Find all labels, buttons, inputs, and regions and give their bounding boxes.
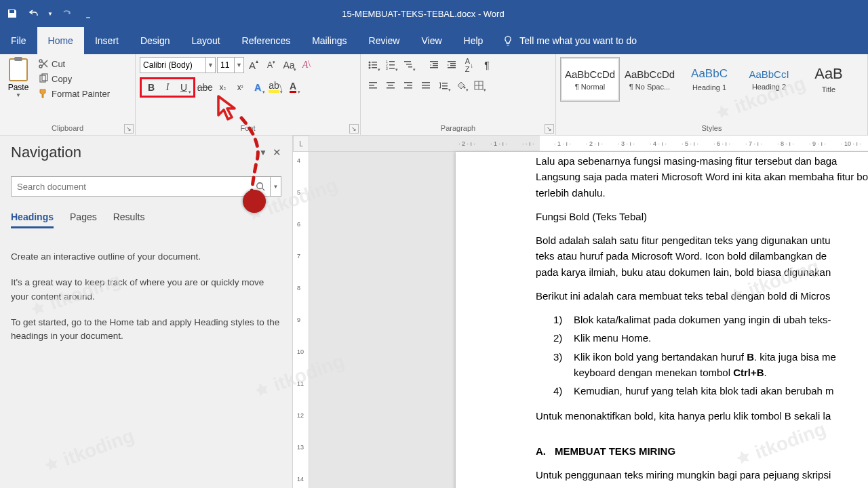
style-nospacing[interactable]: AaBbCcDd¶ No Spac...: [620, 57, 679, 102]
title-bar: ▼ ‗ 15-MEMBUAT-TEKS-TEBAL.docx - Word: [0, 0, 868, 27]
tab-design[interactable]: Design: [130, 27, 181, 54]
font-launcher[interactable]: ↘: [349, 124, 359, 134]
align-left-button[interactable]: [365, 77, 381, 94]
svg-point-0: [39, 65, 42, 68]
svg-rect-31: [388, 85, 393, 86]
paragraph-launcher[interactable]: ↘: [545, 124, 554, 134]
underline-button[interactable]: U▾: [176, 79, 192, 96]
tab-view[interactable]: View: [410, 27, 452, 54]
svg-rect-42: [442, 88, 448, 89]
increase-indent-button[interactable]: [443, 57, 460, 73]
paste-icon: [9, 58, 28, 81]
nav-search-dropdown[interactable]: ▼: [270, 177, 281, 196]
font-color-button[interactable]: A▾: [285, 79, 301, 96]
clear-format-button[interactable]: A⧹: [298, 57, 315, 73]
clipboard-launcher[interactable]: ↘: [124, 124, 134, 134]
copy-button[interactable]: Copy: [35, 72, 113, 85]
borders-button[interactable]: ▾: [471, 77, 487, 94]
style-heading2[interactable]: AaBbCcIHeading 2: [739, 57, 799, 102]
text-effects-button[interactable]: A▾: [250, 79, 266, 96]
vertical-ruler[interactable]: 4567891011121314: [293, 152, 309, 488]
font-group-label: Font: [140, 123, 356, 134]
style-normal[interactable]: AaBbCcDd¶ Normal: [560, 57, 620, 102]
tab-references[interactable]: References: [231, 27, 302, 54]
nav-text: Create an interactive outline of your do…: [11, 250, 281, 264]
qat-customize[interactable]: ‗: [79, 4, 98, 23]
nav-search-input[interactable]: [12, 182, 251, 192]
lightbulb-icon: [502, 35, 514, 47]
nav-tabs: Headings Pages Results: [11, 211, 281, 228]
font-size-input[interactable]: [218, 60, 234, 70]
font-size-combo[interactable]: ▼: [217, 57, 244, 73]
style-title[interactable]: AaBTitle: [799, 57, 859, 102]
tab-home[interactable]: Home: [37, 27, 84, 54]
tab-help[interactable]: Help: [453, 27, 494, 54]
tab-insert[interactable]: Insert: [84, 27, 130, 54]
tab-mailings[interactable]: Mailings: [301, 27, 357, 54]
grow-font-button[interactable]: A▴: [245, 57, 262, 73]
shrink-font-button[interactable]: A▾: [263, 57, 279, 73]
horizontal-ruler[interactable]: · 2 · ı · · 1 · ı · · · ı · · 1 · ı · · …: [309, 136, 868, 152]
line-spacing-button[interactable]: ▾: [435, 77, 452, 94]
chevron-down-icon[interactable]: ▼: [234, 58, 243, 73]
cut-button[interactable]: Cut: [35, 57, 113, 70]
cut-label: Cut: [52, 59, 65, 69]
svg-rect-22: [430, 67, 438, 68]
align-right-button[interactable]: [400, 77, 416, 94]
undo-button[interactable]: [24, 4, 43, 23]
save-button[interactable]: [3, 4, 22, 23]
svg-point-4: [369, 62, 371, 64]
format-painter-button[interactable]: Format Painter: [35, 87, 113, 100]
svg-rect-20: [433, 63, 438, 64]
decrease-indent-button[interactable]: [426, 57, 442, 73]
chevron-down-icon[interactable]: ▼: [205, 58, 215, 73]
styles-gallery[interactable]: AaBbCcDd¶ Normal AaBbCcDd¶ No Spac... Aa…: [560, 57, 863, 102]
redo-button[interactable]: [57, 4, 76, 23]
sort-button[interactable]: AZ↓: [461, 57, 477, 73]
svg-rect-24: [450, 63, 456, 64]
justify-button[interactable]: [418, 77, 434, 94]
nav-tab-pages[interactable]: Pages: [70, 211, 97, 228]
highlight-button[interactable]: ab⧹▾: [267, 79, 283, 96]
nav-search-box[interactable]: ▼: [11, 176, 281, 197]
document-area: L · 2 · ı · · 1 · ı · · · ı · · 1 · ı · …: [293, 136, 868, 488]
group-paragraph: ▾ 123▾ ▾ AZ↓ ¶ ▾ ▾ ▾ Paragraph ↘: [361, 54, 556, 135]
paste-label: Paste: [8, 83, 29, 92]
ruler-corner[interactable]: L: [293, 136, 309, 152]
outdent-icon: [429, 60, 439, 70]
change-case-button[interactable]: Aa▾: [281, 57, 297, 73]
align-center-button[interactable]: [382, 77, 399, 94]
document-page[interactable]: Lalu apa sebenarnya fungsi masing-masing…: [456, 152, 868, 488]
multilevel-button[interactable]: ▾: [400, 57, 416, 73]
tab-review[interactable]: Review: [358, 27, 411, 54]
font-name-combo[interactable]: ▼: [140, 57, 216, 73]
paste-button[interactable]: Paste ▼: [4, 57, 33, 100]
annotation-highlight-box: B I U▾: [140, 77, 195, 98]
window-title: 15-MEMBUAT-TEKS-TEBAL.docx - Word: [100, 9, 746, 19]
svg-rect-28: [369, 85, 374, 86]
tab-layout[interactable]: Layout: [181, 27, 231, 54]
strikethrough-button[interactable]: abc: [197, 79, 213, 96]
numbering-button[interactable]: 123▾: [382, 57, 399, 73]
tab-file[interactable]: File: [0, 27, 37, 54]
subscript-button[interactable]: x₂: [214, 79, 231, 96]
italic-button[interactable]: I: [159, 79, 176, 96]
show-marks-button[interactable]: ¶: [479, 57, 495, 73]
bold-button[interactable]: B: [143, 79, 159, 96]
undo-dropdown[interactable]: ▼: [46, 4, 54, 23]
superscript-button[interactable]: x²: [232, 79, 248, 96]
shading-button[interactable]: ▾: [453, 77, 469, 94]
numbering-icon: 123: [385, 60, 396, 70]
nav-close-button[interactable]: ✕: [273, 146, 281, 159]
svg-point-1: [39, 60, 42, 62]
svg-rect-16: [404, 61, 411, 62]
font-name-input[interactable]: [140, 60, 205, 70]
nav-tab-headings[interactable]: Headings: [11, 211, 54, 228]
tell-me[interactable]: Tell me what you want to do: [494, 27, 645, 54]
svg-rect-30: [387, 82, 395, 83]
nav-dropdown-icon[interactable]: ▼: [259, 148, 267, 157]
nav-tab-results[interactable]: Results: [113, 211, 145, 228]
multilevel-icon: [403, 60, 414, 70]
style-heading1[interactable]: AaBbCHeading 1: [679, 57, 739, 102]
bullets-button[interactable]: ▾: [365, 57, 381, 73]
